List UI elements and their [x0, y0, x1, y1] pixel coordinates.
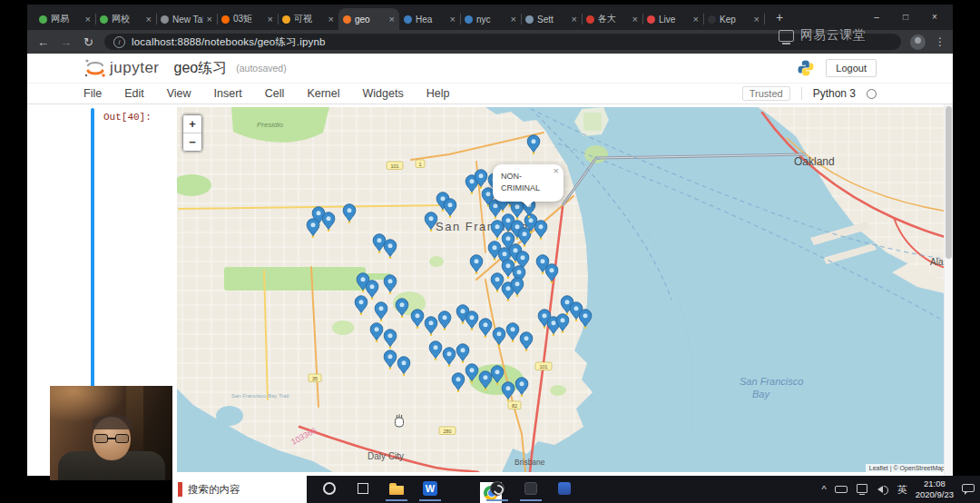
tab-close-icon[interactable]: ×: [693, 15, 699, 25]
map-label: Daly City: [368, 451, 404, 461]
browser-tab[interactable]: 各大×: [582, 8, 642, 30]
tab-close-icon[interactable]: ×: [632, 15, 638, 25]
tab-close-icon[interactable]: ×: [754, 15, 760, 25]
tab-label: geo: [355, 15, 386, 25]
browser-tab[interactable]: Live×: [642, 8, 703, 30]
browser-tab[interactable]: New Tab×: [156, 8, 217, 30]
system-tray: ^ 英 21:08 2020/9/23: [822, 478, 980, 500]
map-zoom-out-button[interactable]: −: [183, 133, 201, 151]
profile-avatar[interactable]: [910, 35, 926, 50]
wps-icon[interactable]: [419, 478, 441, 501]
tab-close-icon[interactable]: ×: [389, 15, 395, 25]
browser-tab[interactable]: Kep×: [703, 8, 764, 30]
tab-label: 各大: [598, 13, 629, 25]
tab-favicon-icon: [708, 15, 716, 24]
tab-close-icon[interactable]: ×: [572, 15, 577, 25]
site-info-icon[interactable]: i: [113, 36, 125, 48]
window-close-button[interactable]: ×: [920, 5, 949, 30]
menu-items: FileEditViewInsertCellKernelWidgetsHelp: [83, 87, 472, 100]
tab-close-icon[interactable]: ×: [268, 15, 273, 25]
taskbar-search[interactable]: 搜索的内容: [172, 476, 307, 503]
forward-button[interactable]: →: [59, 35, 73, 49]
tray-date: 2020/9/23: [916, 489, 954, 500]
menu-insert[interactable]: Insert: [214, 87, 242, 100]
notebook-title[interactable]: geo练习: [174, 59, 228, 78]
tab-close-icon[interactable]: ×: [85, 15, 91, 25]
tab-label: nyc: [476, 15, 507, 25]
menu-view[interactable]: View: [167, 87, 191, 100]
tab-favicon-icon: [282, 15, 290, 24]
jupyter-logo[interactable]: jupyter: [83, 56, 160, 80]
tab-strip: 网易×网校×New Tab×03矩×可视×geo×Hea×nyc×Sett×各大…: [27, 5, 953, 30]
taskbar: 搜索的内容 ^ 英 21:08 2020/9/23: [172, 476, 980, 503]
tab-close-icon[interactable]: ×: [146, 15, 152, 25]
explorer-icon[interactable]: [386, 478, 407, 501]
tab-favicon-icon: [161, 15, 169, 24]
tab-close-icon[interactable]: ×: [450, 15, 456, 25]
menu-help[interactable]: Help: [426, 87, 450, 100]
touch-keyboard-icon[interactable]: [835, 484, 848, 495]
popup-close-icon[interactable]: ×: [554, 165, 559, 176]
new-tab-button[interactable]: +: [769, 8, 789, 28]
trusted-badge[interactable]: Trusted: [742, 86, 790, 101]
tab-favicon-icon: [343, 15, 351, 24]
browser-toolbar: ← → ↻ i localhost:8888/notebooks/geo练习.i…: [27, 30, 953, 54]
menu-widgets[interactable]: Widgets: [363, 87, 404, 100]
taskbar-clock[interactable]: 21:08 2020/9/23: [916, 478, 954, 500]
notification-icon[interactable]: [962, 484, 975, 495]
kernel-name: Python 3: [801, 87, 856, 100]
window-maximize-button[interactable]: □: [891, 5, 920, 30]
map-canvas: 10113528082101 OaklandSan FranciscoPresi…: [177, 107, 948, 472]
menu-kernel[interactable]: Kernel: [307, 87, 339, 100]
ime-indicator[interactable]: 英: [897, 483, 907, 497]
route-shield-label: 82: [512, 403, 517, 409]
browser-menu-icon[interactable]: ⋮: [935, 35, 944, 48]
menu-right: Trusted Python 3: [742, 86, 877, 101]
volume-icon[interactable]: [877, 484, 889, 495]
tab-favicon-icon: [586, 15, 594, 24]
browser-tab[interactable]: nyc×: [460, 8, 521, 30]
tab-close-icon[interactable]: ×: [511, 15, 516, 25]
menu-bar: FileEditViewInsertCellKernelWidgetsHelp …: [27, 83, 953, 104]
scrollbar-thumb[interactable]: [946, 106, 952, 259]
map-zoom-in-button[interactable]: +: [183, 115, 201, 133]
autosave-status: (autosaved): [236, 63, 286, 74]
webcam-video: [50, 386, 172, 480]
tab-strip-tabs: 网易×网校×New Tab×03矩×可视×geo×Hea×nyc×Sett×各大…: [27, 8, 764, 30]
logout-button[interactable]: Logout: [826, 59, 877, 77]
window-controls: – □ ×: [862, 5, 949, 30]
browser-tab[interactable]: Hea×: [399, 8, 460, 30]
browser-tab[interactable]: Sett×: [521, 8, 582, 30]
window-minimize-button[interactable]: –: [862, 5, 891, 30]
display-icon[interactable]: [856, 484, 868, 495]
tab-close-icon[interactable]: ×: [207, 15, 212, 25]
browser-tab[interactable]: geo×: [338, 8, 399, 30]
tab-label: 03矩: [233, 13, 264, 25]
browser-tab[interactable]: 网易×: [34, 8, 95, 30]
page-scrollbar[interactable]: [944, 104, 953, 476]
taskview-icon[interactable]: [352, 478, 374, 501]
reload-button[interactable]: ↻: [82, 35, 95, 49]
map-label: Bay: [752, 389, 770, 399]
browser-tab[interactable]: 网校×: [95, 8, 156, 30]
menu-edit[interactable]: Edit: [124, 87, 144, 100]
map-label: San Francisco: [740, 376, 803, 387]
back-button[interactable]: ←: [36, 35, 50, 49]
map-output[interactable]: 10113528082101 OaklandSan FranciscoPresi…: [177, 107, 948, 472]
tray-expand-icon[interactable]: ^: [822, 484, 827, 495]
obs-icon[interactable]: [486, 478, 508, 501]
cortana-icon[interactable]: [318, 478, 340, 501]
tab-close-icon[interactable]: ×: [328, 15, 334, 25]
app-blue-icon[interactable]: [554, 478, 575, 501]
kernel-status-icon: [867, 89, 877, 99]
menu-cell[interactable]: Cell: [265, 87, 285, 100]
map-label: Presidio: [257, 121, 283, 129]
browser-tab[interactable]: 可视×: [278, 8, 338, 30]
route-shield-label: 280: [443, 429, 451, 434]
address-bar[interactable]: i localhost:8888/notebooks/geo练习.ipynb: [104, 34, 901, 50]
tray-time: 21:08: [916, 478, 954, 489]
menu-file[interactable]: File: [83, 87, 102, 100]
browser-tab[interactable]: 03矩×: [217, 8, 278, 30]
tab-label: 网易: [51, 13, 82, 25]
app-dark-icon[interactable]: [520, 478, 542, 501]
